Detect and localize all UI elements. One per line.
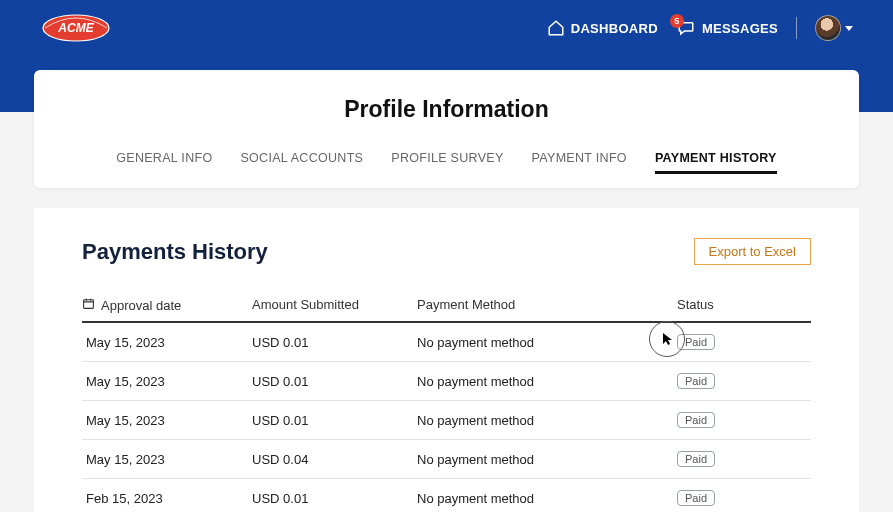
table-header: Approval date Amount Submitted Payment M… [82, 289, 811, 323]
profile-header-card: Profile Information GENERAL INFO SOCIAL … [34, 70, 859, 188]
cell-method: No payment method [417, 413, 677, 428]
table-row: Feb 15, 2023USD 0.01No payment methodPai… [82, 479, 811, 512]
nav-messages[interactable]: 5 MESSAGES [676, 19, 778, 37]
cell-date: May 15, 2023 [82, 374, 252, 389]
status-badge: Paid [677, 451, 715, 467]
tab-payment-info[interactable]: PAYMENT INFO [532, 151, 627, 174]
cell-status: Paid [677, 412, 811, 428]
cell-date: May 15, 2023 [82, 413, 252, 428]
table-row: May 15, 2023USD 0.01No payment methodPai… [82, 401, 811, 440]
status-badge: Paid [677, 490, 715, 506]
status-badge: Paid [677, 412, 715, 428]
cell-method: No payment method [417, 335, 677, 350]
home-icon [547, 19, 565, 37]
page-title: Profile Information [34, 96, 859, 123]
payments-history-card: Payments History Export to Excel Approva… [34, 208, 859, 512]
cell-date: May 15, 2023 [82, 335, 252, 350]
status-badge: Paid [677, 373, 715, 389]
status-badge: Paid [677, 334, 715, 350]
cell-amount: USD 0.01 [252, 335, 417, 350]
nav-divider [796, 17, 797, 39]
table-row: May 15, 2023USD 0.04No payment methodPai… [82, 440, 811, 479]
cell-amount: USD 0.01 [252, 491, 417, 506]
profile-tabs: GENERAL INFO SOCIAL ACCOUNTS PROFILE SUR… [34, 151, 859, 188]
cell-status: Paid [677, 451, 811, 467]
messages-badge: 5 [670, 14, 684, 28]
user-menu[interactable] [815, 15, 853, 41]
cell-date: May 15, 2023 [82, 452, 252, 467]
section-title: Payments History [82, 239, 268, 265]
cell-status: Paid [677, 334, 811, 350]
table-row: May 15, 2023USD 0.01No payment methodPai… [82, 323, 811, 362]
svg-text:ACME: ACME [57, 21, 94, 35]
col-payment-method: Payment Method [417, 297, 677, 313]
calendar-icon [82, 297, 95, 313]
cell-date: Feb 15, 2023 [82, 491, 252, 506]
tab-general-info[interactable]: GENERAL INFO [116, 151, 212, 174]
tab-payment-history[interactable]: PAYMENT HISTORY [655, 151, 777, 174]
brand-logo[interactable]: ACME [40, 12, 112, 44]
tab-social-accounts[interactable]: SOCIAL ACCOUNTS [240, 151, 363, 174]
col-status: Status [677, 297, 811, 313]
tab-profile-survey[interactable]: PROFILE SURVEY [391, 151, 503, 174]
col-approval-date: Approval date [101, 298, 181, 313]
table-row: May 15, 2023USD 0.01No payment methodPai… [82, 362, 811, 401]
nav-dashboard-label: DASHBOARD [571, 21, 658, 36]
cell-method: No payment method [417, 374, 677, 389]
nav-messages-label: MESSAGES [702, 21, 778, 36]
cell-amount: USD 0.04 [252, 452, 417, 467]
svg-rect-2 [84, 300, 94, 309]
payments-table: Approval date Amount Submitted Payment M… [82, 289, 811, 512]
chevron-down-icon [845, 26, 853, 31]
cell-method: No payment method [417, 491, 677, 506]
cell-amount: USD 0.01 [252, 413, 417, 428]
cell-method: No payment method [417, 452, 677, 467]
user-avatar-icon [815, 15, 841, 41]
cell-status: Paid [677, 490, 811, 506]
cell-amount: USD 0.01 [252, 374, 417, 389]
nav-dashboard[interactable]: DASHBOARD [547, 19, 658, 37]
export-to-excel-button[interactable]: Export to Excel [694, 238, 811, 265]
cell-status: Paid [677, 373, 811, 389]
col-amount-submitted: Amount Submitted [252, 297, 417, 313]
